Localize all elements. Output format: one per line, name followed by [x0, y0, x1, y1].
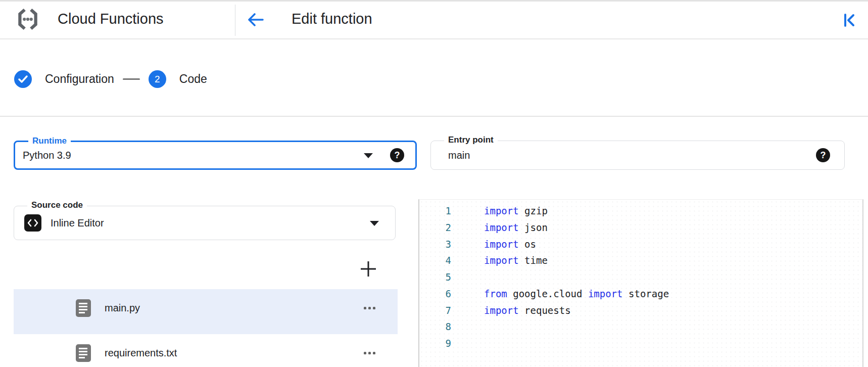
line-code: import requests: [451, 302, 571, 319]
header-divider: [235, 5, 235, 36]
entry-point-field[interactable]: Entry point main ?: [430, 141, 845, 170]
file-more-button[interactable]: [363, 349, 376, 357]
code-line: 4 import time: [419, 252, 862, 269]
line-number: 2: [419, 219, 451, 236]
entry-point-help-button[interactable]: ?: [816, 148, 830, 162]
file-name: requirements.txt: [105, 347, 177, 359]
step-configuration[interactable]: Configuration: [14, 70, 114, 88]
product-title: Cloud Functions: [58, 11, 164, 27]
step-number-badge: 2: [149, 70, 166, 88]
source-code-value: Inline Editor: [51, 206, 104, 240]
step-configuration-label: Configuration: [45, 72, 114, 86]
cloud-functions-logo-icon: [15, 7, 40, 32]
line-code: import gzip: [451, 203, 548, 219]
arrow-back-icon: [246, 10, 267, 30]
step-complete-check-icon: [14, 70, 32, 88]
code-line: 9: [419, 335, 862, 352]
file-name: main.py: [105, 302, 140, 314]
collapse-panel-button[interactable]: [840, 11, 859, 30]
line-code: import json: [451, 219, 548, 236]
line-code: [451, 269, 484, 286]
line-code: from google.cloud import storage: [451, 286, 669, 302]
entry-point-value: main: [448, 141, 470, 169]
line-number: 8: [419, 318, 451, 335]
line-code: import time: [451, 252, 548, 269]
stepper: Configuration 2 Code: [14, 70, 207, 88]
page-title: Edit function: [292, 11, 372, 27]
step-code[interactable]: 2 Code: [149, 70, 207, 88]
step-code-label: Code: [179, 72, 207, 86]
file-more-button[interactable]: [363, 304, 376, 312]
code-line: 7 import requests: [419, 302, 862, 319]
file-icon: [76, 344, 91, 362]
add-file-button[interactable]: [359, 259, 379, 279]
code-line: 3 import os: [419, 236, 862, 253]
line-number: 5: [419, 269, 451, 286]
back-button[interactable]: [246, 9, 267, 30]
source-code-select[interactable]: Source code Inline Editor: [14, 206, 396, 240]
runtime-value: Python 3.9: [23, 142, 71, 168]
line-code: [451, 318, 484, 335]
runtime-select[interactable]: Runtime Python 3.9 ?: [14, 141, 417, 170]
app-header: Cloud Functions Edit function: [0, 2, 868, 39]
runtime-help-button[interactable]: ?: [390, 148, 404, 162]
section-divider: [0, 116, 868, 117]
code-line: 1 import gzip: [419, 203, 862, 219]
more-horiz-icon: [364, 307, 375, 309]
collapse-panel-icon: [840, 11, 859, 29]
code-lines: 1 import gzip 2 import json 3 import os …: [419, 203, 862, 352]
code-editor[interactable]: 1 import gzip 2 import json 3 import os …: [418, 199, 863, 367]
line-code: [451, 335, 484, 352]
step-connector: [123, 78, 140, 80]
more-horiz-icon: [364, 352, 375, 354]
line-code: import os: [451, 236, 536, 253]
source-code-dropdown-arrow-icon[interactable]: [370, 221, 379, 226]
plus-icon: [359, 259, 379, 279]
code-line: 2 import json: [419, 219, 862, 236]
code-line: 6 from google.cloud import storage: [419, 286, 862, 302]
file-list: main.py requirements.txt: [14, 289, 398, 367]
line-number: 3: [419, 236, 451, 253]
line-number: 9: [419, 335, 451, 352]
line-number: 7: [419, 302, 451, 319]
file-row[interactable]: requirements.txt: [14, 334, 398, 367]
code-line: 5: [419, 269, 862, 286]
dropdown-arrow-icon[interactable]: [364, 153, 373, 158]
file-icon: [76, 299, 91, 317]
line-number: 6: [419, 286, 451, 302]
line-number: 1: [419, 203, 451, 219]
line-number: 4: [419, 252, 451, 269]
file-row[interactable]: main.py: [14, 289, 398, 334]
code-icon: [24, 214, 41, 232]
code-line: 8: [419, 318, 862, 335]
